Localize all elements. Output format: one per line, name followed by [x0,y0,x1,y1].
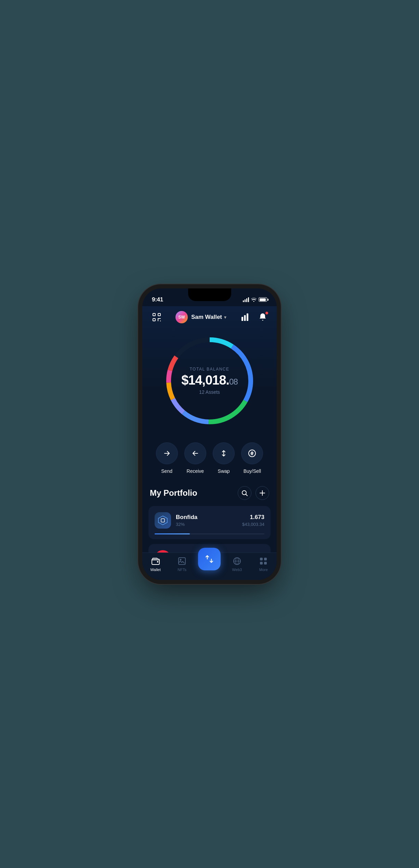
notch [188,288,231,301]
swap-fab-icon [204,554,214,564]
nfts-nav-label: NFTs [178,568,186,572]
send-circle [156,442,178,464]
status-time: 9:41 [152,296,163,303]
buysell-circle [241,442,263,464]
svg-rect-6 [241,317,243,321]
wallet-nav-label: Wallet [150,568,161,572]
receive-label: Receive [187,468,204,474]
header-right [238,311,269,324]
portfolio-header: My Portfolio [148,486,271,500]
svg-rect-7 [244,315,246,321]
balance-label: TOTAL BALANCE [181,367,238,372]
notification-badge [265,311,269,315]
signal-bar-1 [243,300,244,302]
wifi-icon [251,297,257,302]
buysell-label: Buy/Sell [244,468,261,474]
avatar: SW [175,311,188,323]
svg-rect-40 [264,558,267,560]
swap-action[interactable]: Swap [213,442,235,474]
svg-rect-1 [158,313,160,316]
bonfida-values: 1.673 $43,003.34 [242,514,264,527]
bonfida-percent: 32% [176,522,237,527]
svg-rect-0 [153,313,155,316]
balance-cents: 08 [229,377,238,386]
swap-label: Swap [218,468,230,474]
chart-button[interactable] [238,311,251,324]
bonfida-name: Bonfida [176,514,237,521]
chart-icon [241,313,249,321]
svg-rect-42 [264,562,267,565]
wallet-nav-icon [151,557,160,566]
bottom-nav: Wallet NFTs [142,553,277,580]
more-nav-label: More [259,568,268,572]
wallet-nav-icon-wrap [151,556,160,566]
search-icon [241,490,248,496]
assets-count: 12 Assets [181,389,238,395]
actions-section: Send Receive [142,439,277,486]
portfolio-actions [238,486,269,500]
chevron-down-icon: ▾ [224,314,226,320]
portfolio-title: My Portfolio [150,488,197,498]
battery-fill [260,298,266,301]
nav-more[interactable]: More [253,556,274,572]
signal-bar-4 [248,297,249,302]
bonfida-amount: 1.673 [242,514,264,521]
svg-point-22 [242,491,246,495]
svg-rect-31 [157,561,158,562]
svg-marker-26 [158,516,167,525]
send-label: Send [161,468,172,474]
signal-bar-3 [246,298,247,302]
app-content[interactable]: SW Sam Wallet ▾ [142,306,277,580]
asset-card-bonfida[interactable]: Bonfida 32% 1.673 $43,003.34 [148,506,271,539]
nfts-nav-icon-wrap [177,556,187,566]
wallet-selector[interactable]: SW Sam Wallet ▾ [175,311,226,323]
battery-icon [259,297,267,302]
svg-rect-27 [161,519,165,522]
signal-bars-icon [243,297,249,302]
donut-section: TOTAL BALANCE $14,018.08 12 Assets [142,329,277,439]
send-icon [163,450,171,457]
svg-rect-8 [247,313,248,321]
nav-web3[interactable]: Web3 [227,556,247,572]
status-icons [243,297,267,302]
nfts-nav-icon [178,557,186,566]
svg-rect-41 [260,562,263,565]
buysell-action[interactable]: Buy/Sell [241,442,263,474]
buysell-icon [248,449,257,458]
phone-frame: 9:41 [142,288,277,580]
wallet-name-wrap: Sam Wallet ▾ [191,314,226,321]
swap-icon [220,450,227,457]
nav-nfts[interactable]: NFTs [172,556,192,572]
receive-circle [184,442,206,464]
balance-display: TOTAL BALANCE $14,018.08 12 Assets [181,367,238,395]
svg-line-23 [246,494,247,496]
signal-bar-2 [245,299,246,302]
portfolio-add-button[interactable] [256,486,269,500]
bonfida-progress-fill [155,533,190,534]
header: SW Sam Wallet ▾ [142,306,277,329]
bonfida-progress [155,533,264,534]
send-action[interactable]: Send [156,442,178,474]
svg-point-33 [180,559,182,560]
web3-nav-icon [233,557,241,566]
receive-icon [192,450,199,457]
portfolio-search-button[interactable] [238,486,251,500]
bonfida-icon [158,515,168,526]
wallet-name: Sam Wallet [191,314,222,321]
receive-action[interactable]: Receive [184,442,206,474]
swap-fab-button[interactable] [198,548,221,570]
header-left [150,310,163,324]
bonfida-info: Bonfida 32% [176,514,237,527]
asset-row-bonfida: Bonfida 32% 1.673 $43,003.34 [155,512,264,529]
nav-center-swap[interactable] [198,548,221,570]
svg-rect-2 [153,319,155,321]
balance-amount: $14,018.08 [181,374,238,387]
bonfida-logo [155,512,171,529]
scan-button[interactable] [150,310,163,324]
add-icon [259,490,265,496]
bonfida-usd: $43,003.34 [242,522,264,527]
notifications-button[interactable] [256,311,269,324]
nav-wallet[interactable]: Wallet [145,556,166,572]
donut-chart: TOTAL BALANCE $14,018.08 12 Assets [162,333,258,429]
svg-rect-39 [260,558,263,560]
